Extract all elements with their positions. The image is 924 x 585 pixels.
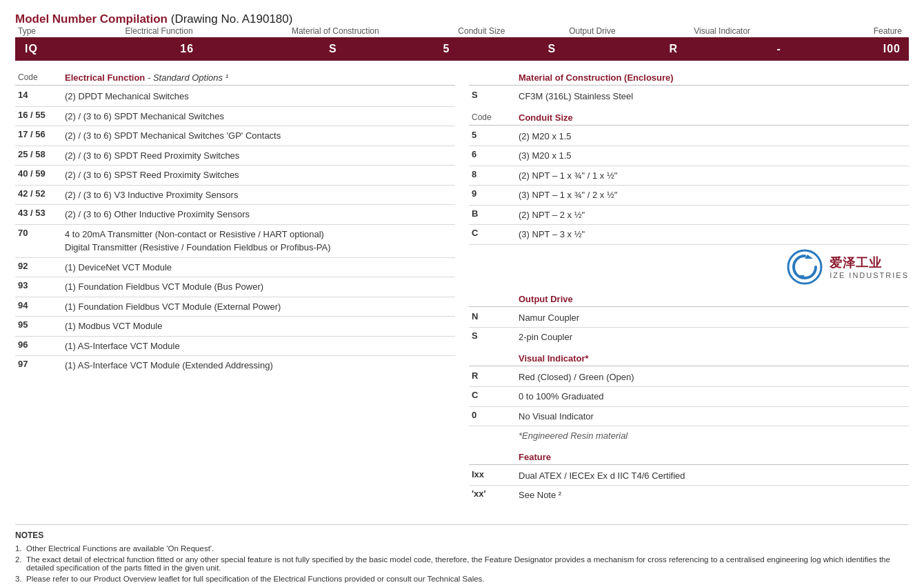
- code-5: 5: [398, 43, 495, 55]
- code-s1: S: [268, 43, 398, 55]
- desc-cell: (3) NPT – 3 x ½": [519, 228, 909, 241]
- code-cell: N: [469, 311, 519, 321]
- page-title: Model Number Compilation (Drawing No. A1…: [15, 12, 909, 26]
- table-row: 6(3) M20 x 1.5: [469, 146, 909, 166]
- desc-cell: (2) / (3 to 6) SPDT Mechanical Switches …: [65, 129, 455, 143]
- code-header: Code: [15, 72, 65, 83]
- code-cell: 9: [469, 188, 519, 199]
- code-cell: S: [469, 90, 519, 100]
- code-iq: IQ: [18, 43, 106, 55]
- code-cell: 95: [15, 319, 65, 330]
- code-cell: C: [469, 390, 519, 400]
- desc-cell: Red (Closed) / Green (Open): [519, 370, 909, 384]
- desc-cell: (3) M20 x 1.5: [519, 149, 909, 163]
- table-row: NNamur Coupler: [469, 308, 909, 328]
- table-row: 17 / 56(2) / (3 to 6) SPDT Mechanical Sw…: [15, 126, 455, 146]
- table-row: *Engineered Resin material: [469, 426, 909, 446]
- label-feat: Feature: [832, 26, 906, 36]
- code-cell: 25 / 58: [15, 149, 65, 159]
- logo-sub: IZE INDUSTRIES: [830, 271, 909, 279]
- code-cell: B: [469, 208, 519, 219]
- code-cell: 17 / 56: [15, 129, 65, 139]
- desc-cell: (1) Foundation Fieldbus VCT Module (Bus …: [65, 280, 455, 294]
- table-row: 42 / 52(2) / (3 to 6) V3 Inductive Proxi…: [15, 186, 455, 206]
- right-section-title: Output Drive: [519, 294, 909, 304]
- desc-cell: (2) M20 x 1.5: [519, 130, 909, 143]
- code-dash: -: [739, 43, 820, 55]
- code-cell: 8: [469, 169, 519, 179]
- desc-cell: See Note ²: [519, 488, 909, 502]
- right-section: Material of Construction (Enclosure)SCF3…: [469, 70, 909, 106]
- label-vi: Visual Indicator: [694, 26, 832, 36]
- table-row: 94(1) Foundation Fieldbus VCT Module (Ex…: [15, 297, 455, 317]
- desc-cell: (2) / (3 to 6) Other Inductive Proximity…: [65, 208, 455, 221]
- right-section-title: Conduit Size: [519, 112, 909, 123]
- code-cell: 97: [15, 359, 65, 369]
- code-cell: 92: [15, 261, 65, 271]
- label-cs: Conduit Size: [458, 26, 569, 36]
- code-cell: C: [469, 228, 519, 238]
- code-cell: 94: [15, 300, 65, 310]
- table-row: 93(1) Foundation Fieldbus VCT Module (Bu…: [15, 277, 455, 297]
- right-section-header: CodeConduit Size: [469, 110, 909, 126]
- table-row: IxxDual ATEX / IECEx Ex d IIC T4/6 Certi…: [469, 466, 909, 486]
- right-section-header: Material of Construction (Enclosure): [469, 70, 909, 86]
- desc-cell: (2) / (3 to 6) SPST Reed Proximity Switc…: [65, 168, 455, 182]
- code-cell: 42 / 52: [15, 188, 65, 199]
- table-row: 16 / 55(2) / (3 to 6) SPDT Mechanical Sw…: [15, 107, 455, 127]
- code-i00: I00: [819, 43, 906, 55]
- table-row: 'xx'See Note ²: [469, 486, 909, 505]
- ef-subtitle: - Standard Options ¹: [148, 72, 228, 83]
- desc-cell: 2-pin Coupler: [519, 330, 909, 344]
- right-code-header: [469, 72, 519, 83]
- note-item: 3.Please refer to our Product Overview l…: [15, 575, 909, 583]
- code-cell: 14: [15, 90, 65, 100]
- notes-title: NOTES: [15, 531, 909, 540]
- note-item: 2.The exact detail of electrical functio…: [15, 555, 909, 572]
- label-ef: Electrical Function: [88, 26, 292, 36]
- code-s2: S: [495, 43, 609, 55]
- table-row: RRed (Closed) / Green (Open): [469, 368, 909, 388]
- right-code-header: [469, 294, 519, 304]
- code-cell: 93: [15, 280, 65, 290]
- code-cell: 'xx': [469, 488, 519, 499]
- right-section-header: Visual Indicator*: [469, 351, 909, 366]
- desc-cell: (1) AS-Interface VCT Module: [65, 339, 455, 353]
- table-row: SCF3M (316L) Stainless Steel: [469, 87, 909, 106]
- desc-cell: (2) / (3 to 6) SPDT Reed Proximity Switc…: [65, 149, 455, 163]
- ize-logo-icon: [787, 249, 823, 285]
- desc-cell: (2) NPT – 2 x ½": [519, 208, 909, 222]
- note-item: 1.Other Electrical Functions are availab…: [15, 544, 909, 553]
- desc-cell: *Engineered Resin material: [519, 429, 909, 443]
- desc-cell: (1) Foundation Fieldbus VCT Module (Exte…: [65, 300, 455, 314]
- right-section-title: Material of Construction (Enclosure): [519, 72, 909, 83]
- table-row: 14(2) DPDT Mechanical Switches: [15, 87, 455, 107]
- table-row: 92(1) DeviceNet VCT Module: [15, 258, 455, 278]
- code-cell: 0: [469, 410, 519, 420]
- code-cell: R: [469, 370, 519, 381]
- desc-cell: CF3M (316L) Stainless Steel: [519, 90, 909, 103]
- title-bold: Model Number Compilation: [15, 12, 168, 26]
- table-row: 40 / 59(2) / (3 to 6) SPST Reed Proximit…: [15, 166, 455, 186]
- desc-cell: (2) / (3 to 6) SPDT Mechanical Switches: [65, 110, 455, 123]
- table-row: 96(1) AS-Interface VCT Module: [15, 337, 455, 357]
- notes-list: 1.Other Electrical Functions are availab…: [15, 544, 909, 586]
- code-cell: 6: [469, 149, 519, 159]
- code-cell: 40 / 59: [15, 168, 65, 179]
- logo-company: 爱泽工业: [830, 255, 909, 271]
- note-number: 2.: [15, 555, 22, 564]
- right-section: Output DriveNNamur CouplerS2-pin Coupler: [469, 292, 909, 347]
- label-moc: Material of Construction: [292, 26, 458, 36]
- right-section-title: Feature: [519, 452, 909, 462]
- right-code-header: Code: [469, 112, 519, 123]
- table-row: S2-pin Coupler: [469, 328, 909, 347]
- table-row: 0No Visual Indicator: [469, 407, 909, 427]
- note-number: 3.: [15, 575, 22, 583]
- table-row: 95(1) Modbus VCT Module: [15, 317, 455, 337]
- code-cell: S: [469, 330, 519, 341]
- note-number: 1.: [15, 544, 22, 553]
- desc-cell: 4 to 20mA Transmitter (Non-contact or Re…: [65, 228, 455, 255]
- code-cell: 70: [15, 228, 65, 238]
- code-16: 16: [106, 43, 268, 55]
- code-cell: 43 / 53: [15, 208, 65, 218]
